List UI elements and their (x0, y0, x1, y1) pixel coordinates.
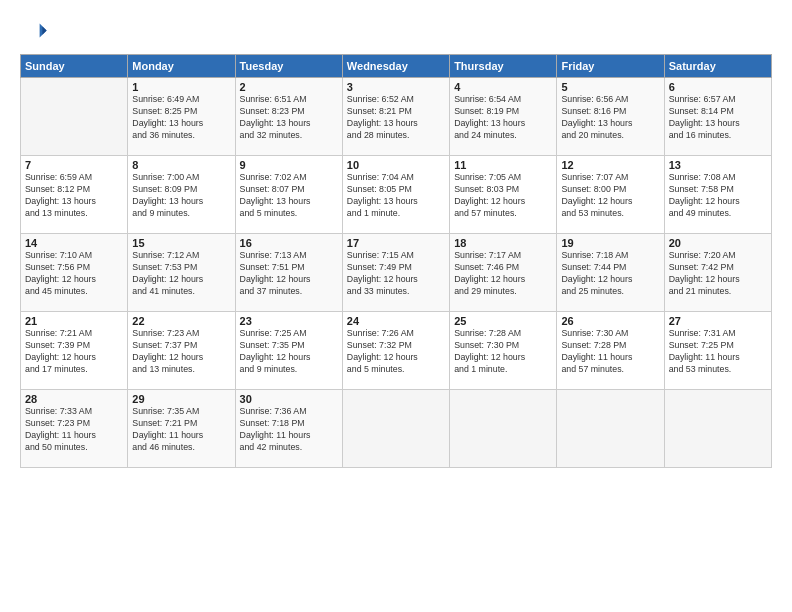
day-number: 3 (347, 81, 445, 93)
day-number: 17 (347, 237, 445, 249)
calendar-cell: 6Sunrise: 6:57 AM Sunset: 8:14 PM Daylig… (664, 78, 771, 156)
calendar-cell: 21Sunrise: 7:21 AM Sunset: 7:39 PM Dayli… (21, 312, 128, 390)
calendar-cell: 14Sunrise: 7:10 AM Sunset: 7:56 PM Dayli… (21, 234, 128, 312)
day-info: Sunrise: 7:33 AM Sunset: 7:23 PM Dayligh… (25, 406, 123, 454)
day-number: 21 (25, 315, 123, 327)
day-info: Sunrise: 7:28 AM Sunset: 7:30 PM Dayligh… (454, 328, 552, 376)
day-number: 30 (240, 393, 338, 405)
calendar-cell: 7Sunrise: 6:59 AM Sunset: 8:12 PM Daylig… (21, 156, 128, 234)
week-row-4: 21Sunrise: 7:21 AM Sunset: 7:39 PM Dayli… (21, 312, 772, 390)
day-info: Sunrise: 6:59 AM Sunset: 8:12 PM Dayligh… (25, 172, 123, 220)
day-number: 29 (132, 393, 230, 405)
day-number: 2 (240, 81, 338, 93)
day-info: Sunrise: 7:04 AM Sunset: 8:05 PM Dayligh… (347, 172, 445, 220)
calendar-cell: 9Sunrise: 7:02 AM Sunset: 8:07 PM Daylig… (235, 156, 342, 234)
calendar-cell: 13Sunrise: 7:08 AM Sunset: 7:58 PM Dayli… (664, 156, 771, 234)
day-info: Sunrise: 7:18 AM Sunset: 7:44 PM Dayligh… (561, 250, 659, 298)
day-info: Sunrise: 7:13 AM Sunset: 7:51 PM Dayligh… (240, 250, 338, 298)
day-info: Sunrise: 7:10 AM Sunset: 7:56 PM Dayligh… (25, 250, 123, 298)
weekday-header-saturday: Saturday (664, 55, 771, 78)
header (20, 18, 772, 46)
weekday-header-thursday: Thursday (450, 55, 557, 78)
day-number: 23 (240, 315, 338, 327)
page: SundayMondayTuesdayWednesdayThursdayFrid… (0, 0, 792, 612)
day-number: 5 (561, 81, 659, 93)
day-number: 4 (454, 81, 552, 93)
day-number: 1 (132, 81, 230, 93)
day-number: 6 (669, 81, 767, 93)
day-info: Sunrise: 7:35 AM Sunset: 7:21 PM Dayligh… (132, 406, 230, 454)
calendar-cell: 23Sunrise: 7:25 AM Sunset: 7:35 PM Dayli… (235, 312, 342, 390)
week-row-1: 1Sunrise: 6:49 AM Sunset: 8:25 PM Daylig… (21, 78, 772, 156)
week-row-2: 7Sunrise: 6:59 AM Sunset: 8:12 PM Daylig… (21, 156, 772, 234)
day-number: 9 (240, 159, 338, 171)
weekday-header-monday: Monday (128, 55, 235, 78)
week-row-5: 28Sunrise: 7:33 AM Sunset: 7:23 PM Dayli… (21, 390, 772, 468)
calendar-cell: 26Sunrise: 7:30 AM Sunset: 7:28 PM Dayli… (557, 312, 664, 390)
calendar-cell (342, 390, 449, 468)
week-row-3: 14Sunrise: 7:10 AM Sunset: 7:56 PM Dayli… (21, 234, 772, 312)
day-number: 11 (454, 159, 552, 171)
day-info: Sunrise: 6:51 AM Sunset: 8:23 PM Dayligh… (240, 94, 338, 142)
day-number: 7 (25, 159, 123, 171)
calendar-cell (21, 78, 128, 156)
day-number: 8 (132, 159, 230, 171)
day-number: 15 (132, 237, 230, 249)
calendar-cell: 27Sunrise: 7:31 AM Sunset: 7:25 PM Dayli… (664, 312, 771, 390)
calendar-cell (557, 390, 664, 468)
day-info: Sunrise: 7:15 AM Sunset: 7:49 PM Dayligh… (347, 250, 445, 298)
day-info: Sunrise: 7:00 AM Sunset: 8:09 PM Dayligh… (132, 172, 230, 220)
day-number: 18 (454, 237, 552, 249)
calendar-cell (664, 390, 771, 468)
day-info: Sunrise: 7:12 AM Sunset: 7:53 PM Dayligh… (132, 250, 230, 298)
day-info: Sunrise: 7:31 AM Sunset: 7:25 PM Dayligh… (669, 328, 767, 376)
day-info: Sunrise: 7:30 AM Sunset: 7:28 PM Dayligh… (561, 328, 659, 376)
calendar-cell: 12Sunrise: 7:07 AM Sunset: 8:00 PM Dayli… (557, 156, 664, 234)
day-info: Sunrise: 6:57 AM Sunset: 8:14 PM Dayligh… (669, 94, 767, 142)
calendar-cell: 25Sunrise: 7:28 AM Sunset: 7:30 PM Dayli… (450, 312, 557, 390)
calendar-cell: 22Sunrise: 7:23 AM Sunset: 7:37 PM Dayli… (128, 312, 235, 390)
day-info: Sunrise: 7:17 AM Sunset: 7:46 PM Dayligh… (454, 250, 552, 298)
day-number: 25 (454, 315, 552, 327)
calendar-cell: 15Sunrise: 7:12 AM Sunset: 7:53 PM Dayli… (128, 234, 235, 312)
calendar-cell: 2Sunrise: 6:51 AM Sunset: 8:23 PM Daylig… (235, 78, 342, 156)
day-info: Sunrise: 6:56 AM Sunset: 8:16 PM Dayligh… (561, 94, 659, 142)
day-info: Sunrise: 6:54 AM Sunset: 8:19 PM Dayligh… (454, 94, 552, 142)
calendar-cell: 28Sunrise: 7:33 AM Sunset: 7:23 PM Dayli… (21, 390, 128, 468)
calendar-cell: 30Sunrise: 7:36 AM Sunset: 7:18 PM Dayli… (235, 390, 342, 468)
svg-marker-1 (42, 26, 46, 34)
day-info: Sunrise: 7:23 AM Sunset: 7:37 PM Dayligh… (132, 328, 230, 376)
calendar-cell: 18Sunrise: 7:17 AM Sunset: 7:46 PM Dayli… (450, 234, 557, 312)
weekday-header-sunday: Sunday (21, 55, 128, 78)
calendar-cell: 24Sunrise: 7:26 AM Sunset: 7:32 PM Dayli… (342, 312, 449, 390)
calendar-cell: 20Sunrise: 7:20 AM Sunset: 7:42 PM Dayli… (664, 234, 771, 312)
calendar-cell: 5Sunrise: 6:56 AM Sunset: 8:16 PM Daylig… (557, 78, 664, 156)
calendar-cell (450, 390, 557, 468)
day-number: 12 (561, 159, 659, 171)
day-number: 20 (669, 237, 767, 249)
day-info: Sunrise: 7:21 AM Sunset: 7:39 PM Dayligh… (25, 328, 123, 376)
day-info: Sunrise: 7:26 AM Sunset: 7:32 PM Dayligh… (347, 328, 445, 376)
day-info: Sunrise: 7:05 AM Sunset: 8:03 PM Dayligh… (454, 172, 552, 220)
calendar-cell: 3Sunrise: 6:52 AM Sunset: 8:21 PM Daylig… (342, 78, 449, 156)
day-info: Sunrise: 7:20 AM Sunset: 7:42 PM Dayligh… (669, 250, 767, 298)
day-info: Sunrise: 7:25 AM Sunset: 7:35 PM Dayligh… (240, 328, 338, 376)
day-info: Sunrise: 7:08 AM Sunset: 7:58 PM Dayligh… (669, 172, 767, 220)
day-number: 22 (132, 315, 230, 327)
day-number: 16 (240, 237, 338, 249)
day-info: Sunrise: 6:49 AM Sunset: 8:25 PM Dayligh… (132, 94, 230, 142)
calendar-cell: 17Sunrise: 7:15 AM Sunset: 7:49 PM Dayli… (342, 234, 449, 312)
calendar-cell: 4Sunrise: 6:54 AM Sunset: 8:19 PM Daylig… (450, 78, 557, 156)
calendar-cell: 19Sunrise: 7:18 AM Sunset: 7:44 PM Dayli… (557, 234, 664, 312)
weekday-header-friday: Friday (557, 55, 664, 78)
day-info: Sunrise: 7:07 AM Sunset: 8:00 PM Dayligh… (561, 172, 659, 220)
day-info: Sunrise: 7:02 AM Sunset: 8:07 PM Dayligh… (240, 172, 338, 220)
day-info: Sunrise: 7:36 AM Sunset: 7:18 PM Dayligh… (240, 406, 338, 454)
calendar-cell: 11Sunrise: 7:05 AM Sunset: 8:03 PM Dayli… (450, 156, 557, 234)
calendar-cell: 29Sunrise: 7:35 AM Sunset: 7:21 PM Dayli… (128, 390, 235, 468)
calendar-cell: 10Sunrise: 7:04 AM Sunset: 8:05 PM Dayli… (342, 156, 449, 234)
day-number: 24 (347, 315, 445, 327)
calendar-cell: 1Sunrise: 6:49 AM Sunset: 8:25 PM Daylig… (128, 78, 235, 156)
calendar-cell: 8Sunrise: 7:00 AM Sunset: 8:09 PM Daylig… (128, 156, 235, 234)
day-number: 14 (25, 237, 123, 249)
